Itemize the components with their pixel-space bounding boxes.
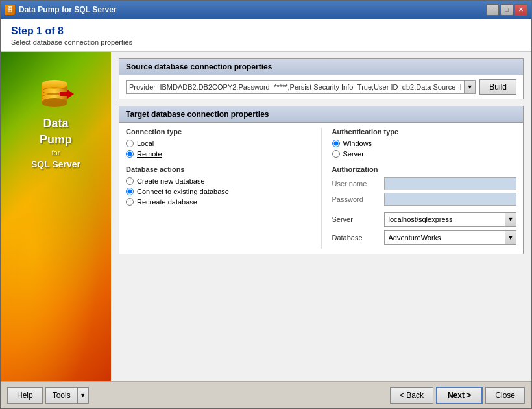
bottom-bar: Help Tools ▼ < Back Next > Close (1, 381, 531, 408)
left-col: Connection type Local Remote (126, 128, 322, 249)
product-name-line4: SQL Server (31, 158, 80, 171)
db-icon (36, 71, 75, 110)
username-label: User name (332, 180, 384, 188)
database-field-label: Database (332, 234, 384, 242)
create-new-item: Create new database (126, 177, 311, 185)
step-subtitle: Select database connection properties (11, 38, 521, 46)
help-button[interactable]: Help (7, 387, 43, 404)
remote-label[interactable]: Remote (137, 150, 162, 158)
maximize-button[interactable]: □ (500, 4, 513, 16)
conn-string-row: ▼ Build (119, 75, 523, 99)
title-bar: 🗄 Data Pump for SQL Server — □ ✕ (1, 1, 531, 19)
recreate-radio[interactable] (126, 198, 134, 206)
sidebar-logo: Data Pump for SQL Server (31, 71, 80, 171)
windows-auth-item: Windows (332, 140, 517, 147)
target-body: Connection type Local Remote (119, 123, 523, 254)
target-section: Target database connection properties Co… (119, 106, 524, 254)
close-dialog-button[interactable]: Close (485, 387, 525, 404)
local-label[interactable]: Local (137, 140, 154, 147)
window-controls: — □ ✕ (486, 4, 527, 16)
conn-string-input[interactable] (126, 80, 465, 94)
database-dropdown-btn[interactable]: ▼ (505, 230, 516, 245)
sidebar-product-name: Data Pump for SQL Server (31, 116, 80, 171)
connection-type-group: Local Remote (126, 140, 311, 158)
server-field-label: Server (332, 216, 384, 223)
username-input[interactable] (384, 177, 517, 190)
authorization-label: Authorization (332, 166, 517, 173)
tools-button[interactable]: Tools (45, 387, 77, 404)
server-radio[interactable] (332, 150, 340, 158)
main-content: Data Pump for SQL Server Source database… (1, 52, 531, 381)
conn-string-dropdown-btn[interactable]: ▼ (464, 80, 476, 94)
windows-radio[interactable] (332, 140, 340, 147)
local-radio[interactable] (126, 140, 134, 147)
tools-dropdown-btn[interactable]: ▼ (77, 387, 89, 404)
db-actions-group: Create new database Connect to existing … (126, 177, 311, 206)
auth-type-group: Windows Server (332, 140, 517, 158)
db-actions-label: Database actions (126, 166, 311, 173)
tools-btn-group: Tools ▼ (45, 387, 89, 404)
password-input[interactable] (384, 193, 517, 206)
minimize-button[interactable]: — (486, 4, 499, 16)
recreate-label[interactable]: Recreate database (137, 198, 197, 206)
username-field: User name (332, 177, 517, 190)
database-input[interactable] (384, 230, 505, 245)
remote-radio-item: Remote (126, 150, 311, 158)
server-input[interactable] (384, 212, 505, 227)
auth-type-label: Authentication type (332, 128, 517, 136)
connect-existing-item: Connect to existing database (126, 188, 311, 195)
create-new-radio[interactable] (126, 177, 134, 185)
create-new-label[interactable]: Create new database (137, 177, 205, 185)
back-button[interactable]: < Back (390, 387, 433, 404)
server-dropdown-container: ▼ (384, 212, 517, 227)
recreate-item: Recreate database (126, 198, 311, 206)
step-title: Step 1 of 8 (11, 25, 521, 37)
password-field: Password (332, 193, 517, 206)
connect-existing-label[interactable]: Connect to existing database (137, 188, 229, 195)
password-label: Password (332, 195, 384, 203)
app-icon: 🗄 (5, 5, 15, 15)
connect-existing-radio[interactable] (126, 188, 134, 195)
content-panel: Source database connection properties ▼ … (111, 52, 531, 381)
main-window: 🗄 Data Pump for SQL Server — □ ✕ Step 1 … (0, 0, 532, 409)
step-header: Step 1 of 8 Select database connection p… (1, 19, 531, 52)
next-button[interactable]: Next > (436, 387, 483, 404)
build-button[interactable]: Build (479, 79, 516, 95)
server-auth-item: Server (332, 150, 517, 158)
right-col: Authentication type Windows Server (322, 128, 517, 249)
connection-type-label: Connection type (126, 128, 311, 136)
server-row: Server ▼ (332, 212, 517, 227)
server-auth-label[interactable]: Server (343, 150, 364, 158)
database-row: Database ▼ (332, 230, 517, 245)
target-section-header: Target database connection properties (119, 106, 523, 123)
source-section: Source database connection properties ▼ … (119, 58, 524, 99)
windows-label[interactable]: Windows (343, 140, 372, 147)
sidebar: Data Pump for SQL Server (1, 52, 111, 381)
server-dropdown-btn[interactable]: ▼ (505, 212, 516, 227)
close-button[interactable]: ✕ (514, 4, 527, 16)
product-for: for (31, 148, 80, 158)
source-section-header: Source database connection properties (119, 59, 523, 75)
remote-radio[interactable] (126, 150, 134, 158)
product-name-line1: Data Pump (31, 116, 80, 148)
local-radio-item: Local (126, 140, 311, 147)
database-dropdown-container: ▼ (384, 230, 517, 245)
svg-rect-6 (60, 92, 69, 96)
window-title: Data Pump for SQL Server (19, 5, 486, 14)
